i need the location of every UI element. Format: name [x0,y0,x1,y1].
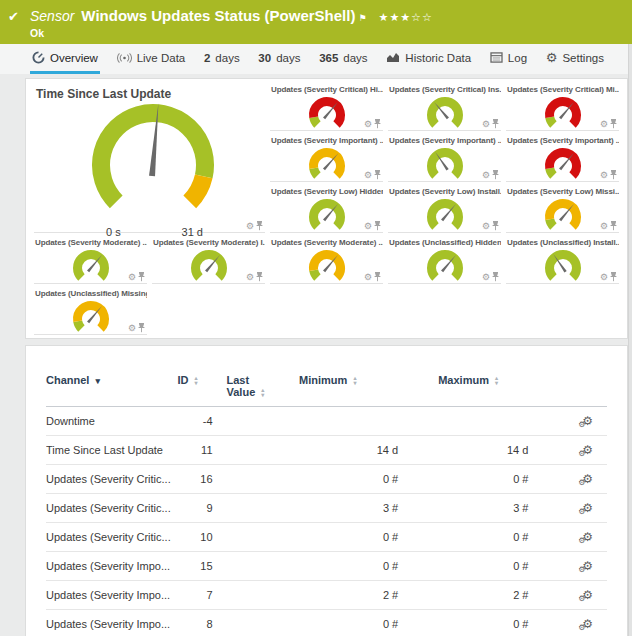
channel-gauge[interactable]: Updates (Severity Important) ...⚙ [388,135,501,182]
sort-icon: ▴▾ [495,376,498,386]
gauge-settings-gear-icon[interactable]: ⚙ [128,273,136,282]
channel-gauge[interactable]: Updates (Unclassified) Install...⚙ [506,237,619,284]
channel-settings-icon[interactable]: ⚙⚙ [582,588,593,602]
tab-log[interactable]: Log [488,44,529,74]
pin-icon[interactable] [374,221,381,231]
tab-30-days[interactable]: 30days [256,44,302,74]
channel-gauge[interactable]: Updates (Severity Low) Hidden⚙ [270,186,383,233]
tab-live-data[interactable]: Live Data [115,44,188,74]
gauge-settings-gear-icon[interactable]: ⚙ [482,171,490,180]
pin-icon[interactable] [256,219,263,231]
column-header-id[interactable]: ID ▴▾ [177,372,226,407]
flag-icon[interactable]: ⚑ [358,13,366,23]
page-scrollbar[interactable] [628,44,632,636]
channel-id: 8 [177,610,226,636]
channel-name: Updates (Severity Impo... [46,610,177,636]
channel-maximum: 0 # [438,610,568,636]
pin-icon[interactable] [138,323,145,333]
channel-name: Updates (Severity Critic... [46,465,177,494]
time-since-last-update-gauge[interactable]: Time Since Last Update 0 s 31 d ⚙ [34,84,265,233]
gauge-settings-gear-icon[interactable]: ⚙ [246,273,254,282]
channel-name: Updates (Severity Critic... [46,523,177,552]
gauge-title: Updates (Unclassified) Missing [34,288,147,298]
channel-settings-icon[interactable]: ⚙⚙ [582,559,593,573]
gauge-settings-gear-icon[interactable]: ⚙ [482,273,490,282]
channel-settings-icon[interactable]: ⚙⚙ [582,443,593,457]
column-header-maximum[interactable]: Maximum ▴▾ [438,372,568,407]
pin-icon[interactable] [138,272,145,282]
gauge-settings-gear-icon[interactable]: ⚙ [364,273,372,282]
channel-gauge[interactable]: Updates (Severity Moderate) ...⚙ [34,237,147,284]
table-header-row: Channel ▾ ID ▴▾ Last Value ▴▾ Minimum [46,372,607,407]
gauge-title: Updates (Severity Moderate) I... [152,237,265,247]
channel-gauge[interactable]: Updates (Severity Important) ...⚙ [270,135,383,182]
gauge-settings-gear-icon[interactable]: ⚙ [600,171,608,180]
sort-icon: ▴▾ [353,376,356,386]
pin-icon[interactable] [492,119,499,129]
pin-icon[interactable] [610,221,617,231]
channel-settings-icon[interactable]: ⚙⚙ [582,617,593,631]
sensor-title: Windows Updates Status (PowerShell) [81,7,355,24]
tab-overview[interactable]: Overview [30,44,100,74]
channel-minimum: 2 # [299,581,438,610]
table-row: Updates (Severity Impo...72 #2 #⚙⚙ [46,581,607,610]
channel-maximum: 14 d [438,436,568,465]
gauge-title: Updates (Severity Critical) Hi... [270,84,383,94]
gauge-settings-gear-icon[interactable]: ⚙ [600,273,608,282]
gauge-settings-gear-icon[interactable]: ⚙ [364,120,372,129]
column-header-minimum[interactable]: Minimum ▴▾ [299,372,438,407]
column-header-last-value[interactable]: Last Value ▴▾ [227,372,300,407]
pin-icon[interactable] [374,119,381,129]
channel-id: -4 [177,407,226,436]
channel-last-value [227,407,300,436]
priority-stars[interactable]: ★★★☆☆ [379,11,433,24]
gauge-settings-gear-icon[interactable]: ⚙ [364,171,372,180]
channel-gauge[interactable]: Updates (Unclassified) Missing⚙ [34,288,147,335]
pin-icon[interactable] [374,170,381,180]
channel-gauge[interactable]: Updates (Unclassified) Hidden⚙ [388,237,501,284]
status-ok-check-icon: ✔ [8,9,19,24]
channel-gauge[interactable]: Updates (Severity Critical) Mi...⚙ [506,84,619,131]
gauge-settings-gear-icon[interactable]: ⚙ [364,222,372,231]
tab-2-days[interactable]: 2days [202,44,242,74]
channel-settings-icon[interactable]: ⚙⚙ [582,530,593,544]
tab-settings[interactable]: ⚙Settings [544,44,606,74]
pin-icon[interactable] [492,170,499,180]
pin-icon[interactable] [610,272,617,282]
pin-icon[interactable] [610,170,617,180]
channel-settings-icon[interactable]: ⚙⚙ [582,414,593,428]
pin-icon[interactable] [610,119,617,129]
settings-gear-icon: ⚙ [546,51,558,64]
gauge-settings-gear-icon[interactable]: ⚙ [600,222,608,231]
gauge-settings-gear-icon[interactable]: ⚙ [482,120,490,129]
channel-gauge[interactable]: Updates (Severity Critical) Ins...⚙ [388,84,501,131]
channel-settings-icon[interactable]: ⚙⚙ [582,501,593,515]
gauge-settings-gear-icon[interactable]: ⚙ [600,120,608,129]
pin-icon[interactable] [492,221,499,231]
gauge-settings-gear-icon[interactable]: ⚙ [246,222,254,231]
channel-gauge[interactable]: Updates (Severity Moderate) I...⚙ [152,237,265,284]
gauge-settings-gear-icon[interactable]: ⚙ [128,324,136,333]
channel-gauge[interactable]: Updates (Severity Low) Missi...⚙ [506,186,619,233]
gauge-title: Time Since Last Update [34,84,265,101]
channel-gauge[interactable]: Updates (Severity Moderate) ...⚙ [270,237,383,284]
column-header-channel[interactable]: Channel ▾ [46,372,177,407]
sensor-status-text: Ok [30,27,624,39]
tab-historic-data[interactable]: Historic Data [384,44,473,74]
historic-data-icon [386,52,400,63]
pin-icon[interactable] [374,272,381,282]
channel-gauge[interactable]: Updates (Severity Important) ...⚙ [506,135,619,182]
channel-minimum: 0 # [299,523,438,552]
gauge-title: Updates (Unclassified) Hidden [388,237,501,247]
tab-365-days[interactable]: 365days [317,44,369,74]
gauge-settings-gear-icon[interactable]: ⚙ [482,222,490,231]
channel-gauge[interactable]: Updates (Severity Low) Install...⚙ [388,186,501,233]
pin-icon[interactable] [492,272,499,282]
gauge-grid: Time Since Last Update 0 s 31 d ⚙ Update… [34,84,619,335]
channel-maximum: 0 # [438,523,568,552]
channel-settings-icon[interactable]: ⚙⚙ [582,472,593,486]
channel-minimum: 14 d [299,436,438,465]
pin-icon[interactable] [256,272,263,282]
channel-gauge[interactable]: Updates (Severity Critical) Hi...⚙ [270,84,383,131]
gauge-title: Updates (Severity Critical) Mi... [506,84,619,94]
